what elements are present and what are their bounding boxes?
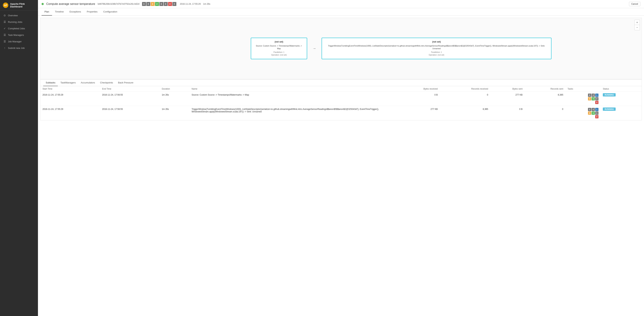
submit-job-icon: ↑: [3, 47, 6, 49]
cancel-button[interactable]: Cancel: [629, 2, 640, 6]
node2-text: TriggerWindow(TumblingEventTimeWindows(1…: [325, 45, 548, 50]
sidebar-label-completed-jobs: Completed Jobs: [8, 27, 25, 30]
cell-duration: 1m 26s: [160, 92, 189, 106]
sidebar-item-completed-jobs[interactable]: ✓ Completed Jobs: [0, 25, 38, 32]
th-status: Status: [601, 86, 642, 92]
sidebar-label-task-managers: Task Managers: [8, 34, 24, 36]
subtab-checkpoints[interactable]: Checkpoints: [98, 79, 116, 86]
th-records-recv: Records received: [440, 86, 490, 92]
cell-records-sent: 0: [525, 106, 566, 120]
tab-timeline[interactable]: Timeline: [52, 8, 67, 16]
status-badge: RUNNING: [603, 107, 616, 111]
cell-tasks: 0 0 1 0 0 0 0: [566, 106, 601, 120]
badge-created-t: 0: [588, 94, 591, 97]
cell-tasks: 0 0 1 0 0 0 0: [566, 92, 601, 106]
table-row: 2016-11-24, 17:55:29 2016-11-24, 17:56:5…: [40, 106, 642, 120]
badge-canceling-t: 0: [595, 97, 598, 100]
badge-deploying: 0: [151, 2, 155, 6]
main-tab-bar: Plan Timeline Exceptions Properties Conf…: [38, 8, 644, 16]
job-duration: 1m 26s: [203, 3, 210, 5]
running-jobs-icon: ☰: [3, 21, 6, 23]
sidebar-item-submit-job[interactable]: ↑ Submit new Job: [0, 45, 38, 51]
tab-properties[interactable]: Properties: [84, 8, 100, 16]
sidebar-label-running-jobs: Running Jobs: [8, 21, 22, 23]
cell-records-recv: 0: [440, 92, 490, 106]
flow-node-2[interactable]: (not set) TriggerWindow(TumblingEventTim…: [322, 38, 551, 59]
cell-start: 2016-11-24, 17:55:29: [40, 92, 100, 106]
sidebar-item-overview[interactable]: ⊙ Overview: [0, 12, 38, 19]
zoom-controls: + −: [634, 20, 640, 30]
job-manager-icon: ☰: [3, 40, 6, 43]
task-managers-icon: ☰: [3, 34, 6, 36]
zoom-out-button[interactable]: −: [634, 25, 640, 30]
th-name: Name: [189, 86, 396, 92]
badge-created-t: 0: [588, 108, 591, 111]
cell-status: RUNNING: [601, 92, 642, 106]
cell-bytes-recv: 277 KB: [396, 106, 440, 120]
cell-end: 2016-11-24, 17:56:55: [100, 92, 160, 106]
cell-duration: 1m 26s: [160, 106, 189, 120]
subtasks-table: Start Time End Time Duration Name Bytes …: [40, 86, 642, 120]
app-logo: AF: [3, 3, 8, 8]
cell-start: 2016-11-24, 17:55:29: [40, 106, 100, 120]
cell-records-sent: 8,385: [525, 92, 566, 106]
tab-configuration[interactable]: Configuration: [100, 8, 120, 16]
sidebar-label-overview: Overview: [8, 14, 18, 17]
task-row-1: 0 0 1: [588, 94, 598, 97]
badge-created: 0: [142, 2, 146, 6]
node1-text: Source: Custom Source -> Timestamps/Wate…: [254, 45, 304, 50]
node1-title: (not set): [254, 41, 304, 43]
badge-scheduled: 0: [146, 2, 150, 6]
subtab-back-pressure[interactable]: Back Pressure: [116, 79, 136, 86]
badge-running: 2: [155, 2, 159, 6]
th-start-time: Start Time: [40, 86, 100, 92]
flow-node-1[interactable]: (not set) Source: Custom Source -> Times…: [251, 38, 307, 59]
th-records-sent: Records sent: [525, 86, 566, 92]
node2-title: (not set): [325, 41, 548, 43]
task-badges: 0 0 1 0 0 0 0: [568, 108, 598, 118]
badge-finished-t: 0: [592, 97, 595, 100]
task-row-1: 0 0 1: [588, 108, 598, 111]
node2-parallelism: Parallelism: 1: [325, 51, 548, 54]
flow-arrow: →: [312, 47, 316, 51]
sidebar-item-job-manager[interactable]: ☰ Job Manager: [0, 38, 38, 45]
badge-scheduled-t: 0: [592, 94, 595, 97]
badge-failed-t: 0: [595, 101, 598, 104]
cell-name: Source: Custom Source -> Timestamps/Wate…: [189, 92, 396, 106]
th-duration: Duration: [160, 86, 189, 92]
task-badges: 0 0 1 0 0 0 0: [568, 94, 598, 104]
subtab-accumulators[interactable]: Accumulators: [78, 79, 98, 86]
sidebar-item-running-jobs[interactable]: ☰ Running Jobs: [0, 19, 38, 25]
th-tasks: Tasks: [566, 86, 601, 92]
flow-diagram: (not set) Source: Custom Source -> Times…: [251, 38, 552, 59]
cell-end: 2016-11-24, 17:56:55: [100, 106, 160, 120]
sidebar-item-task-managers[interactable]: ☰ Task Managers: [0, 32, 38, 38]
status-badge: RUNNING: [603, 93, 616, 96]
job-timestamp: 2016-11-24, 17:55:29: [180, 3, 201, 5]
cell-status: RUNNING: [601, 106, 642, 120]
status-badges: 0 0 0 2 0 0 0 0: [142, 2, 176, 6]
subtab-taskmanagers[interactable]: TaskManagers: [58, 79, 78, 86]
badge-canceling-t: 0: [595, 111, 598, 115]
subtab-subtasks[interactable]: Subtasks: [43, 79, 58, 86]
badge-canceling: 0: [164, 2, 168, 6]
table-row: 2016-11-24, 17:55:29 2016-11-24, 17:56:5…: [40, 92, 642, 106]
task-row-2: 0 0 0: [588, 111, 598, 115]
tab-exceptions[interactable]: Exceptions: [67, 8, 84, 16]
job-id: b4070b268cb38b7d7b7e5f92e26c4d2d: [98, 3, 139, 5]
job-title: Compute average sensor temperature: [46, 2, 95, 6]
badge-deploying-t: 0: [588, 97, 591, 100]
subtasks-table-wrapper: Start Time End Time Duration Name Bytes …: [40, 86, 642, 120]
cell-name: TriggerWindow(TumblingEventTimeWindows(1…: [189, 106, 396, 120]
tab-plan[interactable]: Plan: [42, 8, 52, 16]
badge-finished-t: 0: [592, 111, 595, 115]
badge-failed-t: 0: [595, 115, 598, 118]
completed-jobs-icon: ✓: [3, 27, 6, 30]
cell-bytes-sent: 277 KB: [490, 92, 524, 106]
app-title: Apache Flink Dashboard: [10, 3, 35, 8]
th-end-time: End Time: [100, 86, 160, 92]
bottom-section: Subtasks TaskManagers Accumulators Check…: [40, 79, 642, 120]
status-dot: [42, 3, 44, 5]
zoom-in-button[interactable]: +: [634, 20, 640, 25]
sidebar: AF Apache Flink Dashboard ⊙ Overview ☰ R…: [0, 0, 38, 316]
